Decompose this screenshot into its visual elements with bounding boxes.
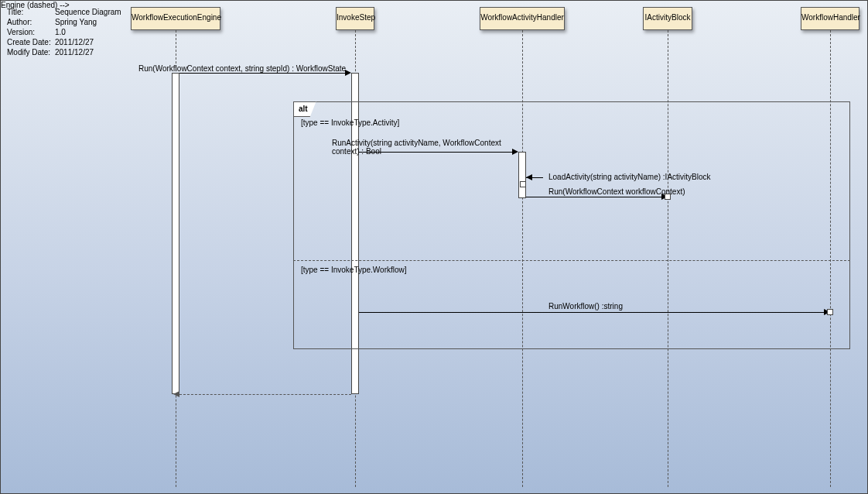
run-context-exec-tick (665, 194, 671, 200)
meta-modify-label: Modify Date: (7, 47, 55, 57)
lifeline-head-workflow-handler: WorkflowHandler (801, 7, 859, 30)
message-load-activity-arrow (526, 174, 532, 180)
message-run-label: Run(WorkflowContext context, string step… (138, 64, 347, 73)
lifeline-head-invoke-step: InvokeStep (336, 7, 374, 30)
meta-author-label: Author: (7, 17, 55, 27)
alt-fragment-tag: alt (293, 101, 316, 117)
lifeline-head-iactivity-block: IActivityBlock (643, 7, 692, 30)
meta-version-label: Version: (7, 27, 55, 37)
message-load-activity-label: LoadActivity(string activityName) :IActi… (548, 173, 711, 181)
message-run-context-line (526, 197, 661, 197)
lifeline-head-workflow-execution-engine: WorkflowExecutionEngine (131, 7, 220, 30)
alt-guard-activity: [type == InvokeType.Activity] (301, 118, 399, 127)
meta-create-label: Create Date: (7, 37, 55, 47)
message-run-arrow (345, 70, 351, 76)
meta-version: 1.0 (55, 27, 66, 37)
message-run-activity-arrow (512, 149, 518, 155)
meta-title: Sequence Diagram (55, 7, 121, 17)
alt-guard-workflow: [type == InvokeType.Workflow] (301, 266, 407, 274)
return-arrow (173, 391, 179, 397)
meta-modify: 2011/12/27 (55, 47, 94, 57)
message-run-line (179, 73, 345, 74)
message-run-activity-line (359, 152, 512, 153)
meta-create: 2011/12/27 (55, 37, 94, 47)
meta-author: Spring Yang (55, 17, 97, 27)
message-run-workflow-label: RunWorkflow() :string (548, 302, 623, 310)
message-run-workflow-line (359, 312, 824, 313)
activation-workflow-execution-engine (172, 73, 179, 394)
return-line (179, 394, 351, 395)
meta-title-label: Title: (7, 7, 55, 17)
alt-separator (293, 260, 850, 261)
message-run-activity-label: RunActivity(string activityName, Workflo… (332, 139, 518, 156)
lifeline-head-workflow-activity-handler: WorkflowActivityHandler (480, 7, 565, 30)
sequence-diagram-canvas: Title:Sequence Diagram Author:Spring Yan… (0, 0, 868, 494)
load-activity-exec-tick (520, 181, 526, 187)
run-workflow-exec-tick (827, 309, 833, 315)
diagram-metadata: Title:Sequence Diagram Author:Spring Yan… (7, 7, 121, 57)
